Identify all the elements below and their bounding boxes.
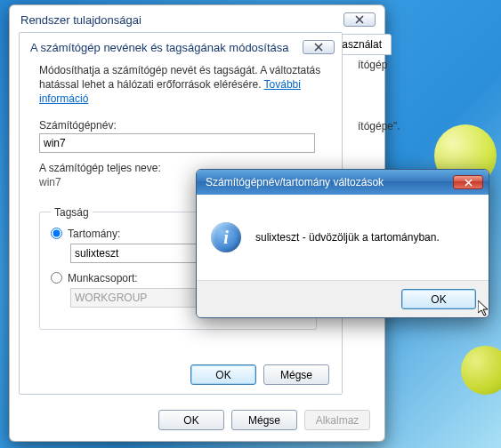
computer-name-input[interactable] (39, 133, 315, 153)
wallpaper-blob (461, 346, 501, 395)
close-icon (355, 15, 364, 24)
close-icon (465, 179, 473, 187)
apply-button: Alkalmaz (304, 410, 370, 430)
close-button[interactable] (453, 175, 483, 189)
popup-message: sulixteszt - üdvözöljük a tartományban. (255, 231, 440, 244)
workgroup-label: Munkacsoport: (68, 272, 138, 284)
membership-legend: Tagság (51, 206, 93, 219)
ok-button[interactable]: OK (401, 289, 476, 309)
close-button[interactable] (343, 12, 376, 27)
system-properties-title: Rendszer tulajdonságai (20, 13, 141, 27)
computer-name-change-title: A számítógép nevének és tagságának módos… (30, 41, 289, 54)
cancel-button[interactable]: Mégse (263, 364, 329, 385)
domain-welcome-popup: Számítógépnév/tartomány változások i sul… (196, 169, 489, 318)
info-icon: i (211, 222, 241, 252)
popup-title: Számítógépnév/tartomány változások (206, 176, 384, 188)
close-icon (314, 43, 323, 52)
popup-titlebar: Számítógépnév/tartomány változások (197, 170, 489, 195)
background-text-fragment: ítógép ítógépe". (358, 59, 393, 181)
ok-button[interactable]: OK (190, 364, 256, 385)
workgroup-radio[interactable] (51, 272, 62, 284)
system-properties-titlebar: Rendszer tulajdonságai (10, 5, 384, 30)
ok-button[interactable]: OK (158, 410, 224, 430)
description-text: Módosíthatja a számítógép nevét és tagsá… (39, 63, 326, 107)
close-button[interactable] (303, 40, 335, 54)
computer-name-label: Számítógépnév: (39, 119, 326, 132)
domain-label: Tartomány: (68, 228, 120, 240)
domain-radio[interactable] (51, 228, 62, 239)
cancel-button[interactable]: Mégse (231, 410, 297, 430)
computer-name-change-titlebar: A számítógép nevének és tagságának módos… (20, 33, 342, 58)
